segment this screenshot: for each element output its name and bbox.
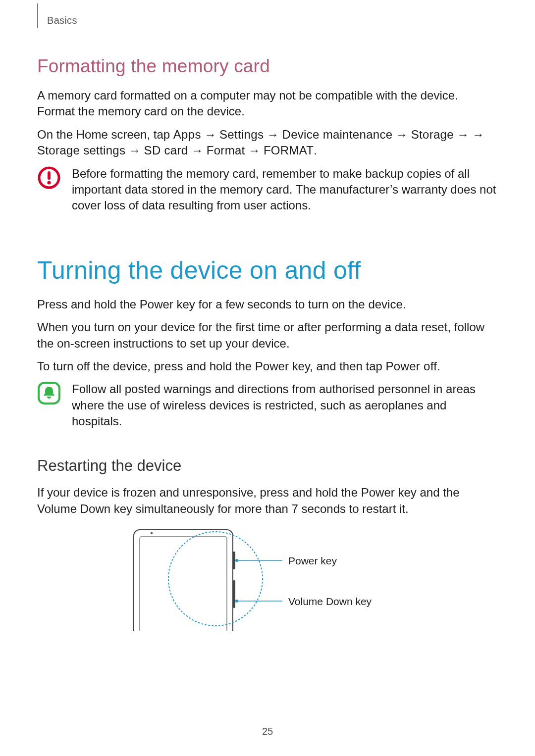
power-off-pre: To turn off the device, press and hold t… bbox=[37, 359, 386, 373]
device-diagram: Power key Volume Down key bbox=[129, 527, 406, 631]
paragraph-power-on: Press and hold the Power key for a few s… bbox=[37, 297, 498, 312]
callout-caution-text: Before formatting the memory card, remem… bbox=[72, 166, 498, 214]
callout-note-text: Follow all posted warnings and direction… bbox=[72, 381, 498, 429]
path-arrow-icon: → bbox=[457, 128, 469, 141]
svg-point-9 bbox=[168, 532, 263, 626]
heading-restarting-device: Restarting the device bbox=[37, 457, 498, 475]
svg-rect-7 bbox=[233, 552, 235, 569]
running-header: Basics bbox=[37, 15, 498, 26]
note-bell-icon bbox=[37, 381, 61, 407]
path-arrow-icon: → bbox=[204, 128, 216, 141]
svg-rect-8 bbox=[233, 580, 235, 608]
diagram-label-volume-down-key: Volume Down key bbox=[288, 596, 372, 607]
heading-turning-device-on-off: Turning the device on and off bbox=[37, 256, 498, 285]
path-format-caps: FORMAT bbox=[264, 144, 314, 157]
path-device-maintenance: Device maintenance bbox=[282, 128, 393, 141]
page-number: 25 bbox=[0, 726, 535, 737]
path-arrow-icon: → bbox=[472, 128, 484, 141]
caution-icon bbox=[37, 166, 61, 192]
paragraph-power-off: To turn off the device, press and hold t… bbox=[37, 358, 498, 374]
paragraph-formatting-intro: A memory card formatted on a computer ma… bbox=[37, 88, 498, 120]
path-arrow-icon: → bbox=[129, 144, 141, 157]
path-format: Format bbox=[207, 144, 245, 157]
path-sd-card: SD card bbox=[144, 144, 188, 157]
path-arrow-icon: → bbox=[396, 128, 408, 141]
path-arrow-icon: → bbox=[248, 144, 260, 157]
svg-rect-4 bbox=[134, 530, 233, 631]
callout-caution: Before formatting the memory card, remem… bbox=[37, 166, 498, 214]
path-arrow-icon: → bbox=[191, 144, 203, 157]
paragraph-restart: If your device is frozen and unresponsiv… bbox=[37, 485, 498, 517]
callout-note: Follow all posted warnings and direction… bbox=[37, 381, 498, 429]
power-off-ui-label: Power off bbox=[386, 359, 437, 373]
header-section-label: Basics bbox=[47, 15, 77, 26]
paragraph-first-time-setup: When you turn on your device for the fir… bbox=[37, 319, 498, 352]
power-off-post: . bbox=[437, 359, 440, 373]
path-settings: Settings bbox=[219, 128, 264, 141]
heading-formatting-memory-card: Formatting the memory card bbox=[37, 56, 498, 77]
path-arrow-icon: → bbox=[267, 128, 279, 141]
svg-rect-5 bbox=[140, 537, 227, 631]
path-storage: Storage bbox=[411, 128, 454, 141]
svg-point-2 bbox=[47, 181, 51, 184]
path-prefix: On the Home screen, tap bbox=[37, 128, 173, 141]
path-apps: Apps bbox=[173, 128, 201, 141]
svg-rect-1 bbox=[48, 171, 51, 180]
header-rule bbox=[37, 3, 38, 28]
diagram-label-power-key: Power key bbox=[288, 555, 337, 567]
paragraph-navigation-path: On the Home screen, tap Apps → Settings … bbox=[37, 127, 498, 159]
svg-point-6 bbox=[151, 532, 153, 534]
path-storage-settings: Storage settings bbox=[37, 144, 125, 157]
